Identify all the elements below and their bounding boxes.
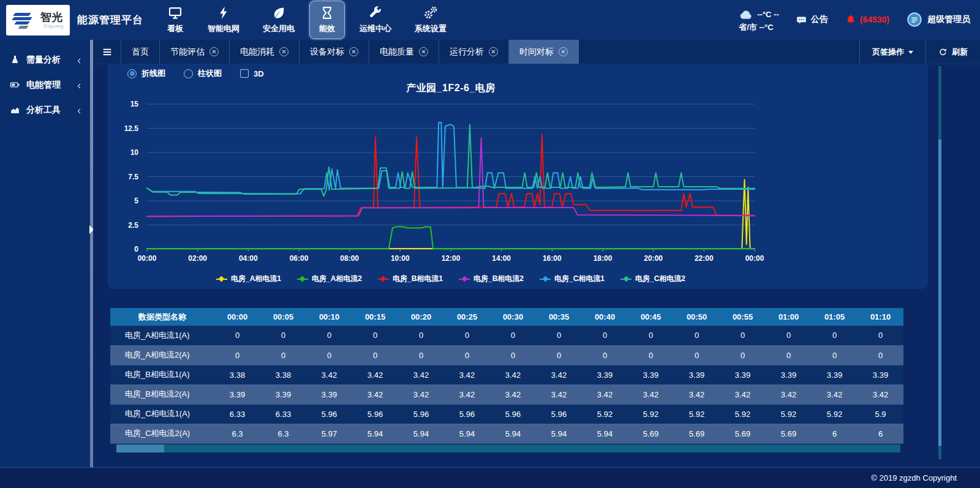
radio-icon — [127, 69, 137, 78]
legend-item[interactable]: 电房_C相电流2 — [620, 274, 685, 284]
alarm-button[interactable]: (64530) — [845, 14, 889, 25]
value-cell: 0 — [766, 326, 812, 345]
sidebar-item-label: 需量分析 — [26, 54, 61, 66]
bolt-icon — [216, 6, 231, 20]
value-cell: 0 — [582, 326, 628, 345]
tab-close-icon[interactable]: ✕ — [349, 47, 358, 56]
tab-2[interactable]: 电能消耗✕ — [230, 40, 300, 64]
page-footer: © 2019 zgzdh Copyright — [0, 467, 980, 488]
value-cell: 3.42 — [444, 365, 490, 385]
legend-marker-icon — [216, 277, 227, 282]
sidebar-item-label: 电能管理 — [26, 80, 61, 91]
tab-4[interactable]: 电能质量✕ — [369, 40, 439, 64]
sidebar-item-areachart[interactable]: 分析工具 — [0, 97, 90, 122]
table-header-cell: 00:00 — [214, 308, 260, 326]
nav-item-dashboard[interactable]: 看板 — [157, 1, 193, 39]
value-cell: 5.69 — [720, 424, 766, 443]
value-cell: 3.42 — [444, 385, 490, 404]
tab-close-icon[interactable]: ✕ — [559, 47, 568, 56]
chevron-down-icon — [908, 51, 913, 54]
tab-close-icon[interactable]: ✕ — [279, 47, 288, 56]
app-title: 能源管理平台 — [77, 13, 143, 27]
svg-text:12.5: 12.5 — [124, 124, 139, 133]
chart-type-radio-bar[interactable]: 柱状图 — [184, 68, 222, 79]
value-cell: 5.97 — [306, 424, 352, 443]
row-name-cell: 电房_A相电流2(A) — [110, 345, 214, 365]
value-cell: 3.42 — [398, 385, 444, 404]
svg-text:14:00: 14:00 — [492, 254, 511, 263]
legend-item[interactable]: 电房_A相电流2 — [297, 274, 362, 284]
tab-operations-dropdown[interactable]: 页签操作 — [859, 40, 925, 64]
value-cell: 0 — [260, 345, 306, 365]
refresh-button[interactable]: 刷新 — [925, 40, 980, 64]
value-cell: 0 — [214, 326, 260, 345]
bell-icon — [845, 14, 856, 25]
flask-icon — [10, 54, 20, 65]
wrench-icon — [368, 6, 383, 20]
wrench-icon — [368, 6, 383, 20]
value-cell: 5.92 — [766, 404, 812, 424]
table-row: 电房_C相电流1(A)6.336.335.965.965.965.965.965… — [110, 404, 903, 424]
sidebar-item-flask[interactable]: 需量分析 — [0, 47, 90, 72]
tab-5[interactable]: 运行分析✕ — [439, 40, 509, 64]
tab-close-icon[interactable]: ✕ — [209, 47, 219, 56]
weather-temp: --°C -- — [757, 9, 779, 20]
main-nav: 看板智能电网安全用电能效运维中心系统设置 — [154, 0, 458, 40]
tab-1[interactable]: 节能评估✕ — [160, 40, 230, 64]
value-cell: 3.42 — [398, 365, 444, 385]
chart-type-radio-line[interactable]: 折线图 — [127, 68, 165, 79]
value-cell: 3.39 — [306, 385, 352, 404]
tab-6[interactable]: 时间对标✕ — [509, 40, 579, 64]
table-header-cell: 00:55 — [720, 308, 766, 326]
tab-close-icon[interactable]: ✕ — [489, 47, 498, 56]
table-header-cell: 00:10 — [306, 308, 352, 326]
hourglass-icon — [320, 6, 334, 20]
value-cell: 0 — [306, 326, 352, 345]
value-cell: 0 — [352, 326, 398, 345]
value-cell: 5.92 — [582, 404, 628, 424]
legend-label: 电房_C相电流1 — [554, 274, 605, 284]
value-cell: 3.42 — [720, 385, 766, 404]
value-cell: 0 — [812, 345, 858, 365]
value-cell: 6.3 — [214, 424, 260, 443]
legend-item[interactable]: 电房_B相电流1 — [378, 274, 443, 284]
gears-icon — [423, 6, 438, 20]
legend-item[interactable]: 电房_A相电流1 — [216, 274, 281, 284]
notice-button[interactable]: 公告 — [796, 14, 828, 25]
tab-close-icon[interactable]: ✕ — [419, 47, 428, 56]
svg-text:04:00: 04:00 — [239, 254, 258, 263]
nav-item-label: 能效 — [319, 23, 335, 34]
value-cell: 3.42 — [352, 365, 398, 385]
vertical-scrollbar-thumb[interactable] — [938, 140, 941, 446]
table-row: 电房_B相电流2(A)3.393.393.393.423.423.423.423… — [110, 385, 903, 404]
nav-item-gears[interactable]: 系统设置 — [406, 1, 455, 39]
value-cell: 6 — [812, 424, 858, 443]
nav-item-leaf[interactable]: 安全用电 — [254, 1, 303, 39]
value-cell: 0 — [720, 326, 766, 345]
nav-item-hourglass[interactable]: 能效 — [309, 1, 345, 39]
value-cell: 0 — [858, 345, 903, 365]
value-cell: 3.42 — [582, 385, 628, 404]
value-cell: 0 — [398, 345, 444, 365]
table-header-cell: 01:00 — [766, 308, 812, 326]
nav-item-bolt[interactable]: 智能电网 — [199, 1, 248, 39]
collapse-menu-button[interactable] — [93, 40, 121, 64]
sidebar-item-battery[interactable]: 电能管理 — [0, 72, 90, 97]
tab-home[interactable]: 首页 — [121, 40, 160, 64]
table-header-cell: 00:35 — [536, 308, 582, 326]
value-cell: 6 — [858, 424, 903, 443]
legend-label: 电房_B相电流1 — [393, 274, 443, 284]
value-cell: 3.42 — [628, 385, 674, 404]
legend-item[interactable]: 电房_C相电流1 — [540, 274, 605, 284]
gears-icon — [423, 6, 438, 20]
nav-item-wrench[interactable]: 运维中心 — [351, 1, 400, 39]
user-menu[interactable]: 超级管理员 — [907, 12, 970, 28]
svg-text:06:00: 06:00 — [290, 254, 309, 263]
legend-marker-icon — [540, 277, 551, 282]
value-cell: 0 — [214, 345, 260, 365]
horizontal-scrollbar-thumb[interactable] — [116, 445, 164, 452]
tab-3[interactable]: 设备对标✕ — [300, 40, 369, 64]
legend-item[interactable]: 电房_B相电流2 — [459, 274, 524, 284]
chart-3d-checkbox[interactable]: 3D — [240, 69, 264, 78]
value-cell: 3.39 — [674, 365, 720, 385]
